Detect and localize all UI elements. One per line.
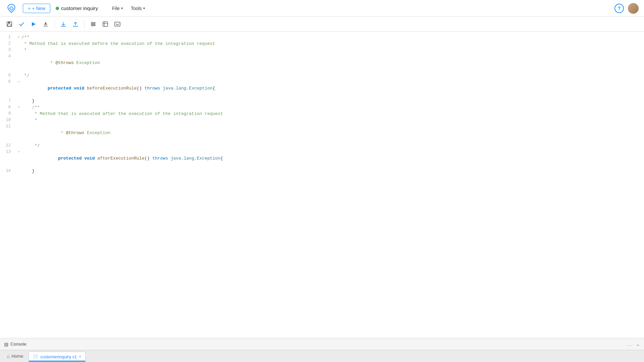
home-icon: ⌂ [7,354,9,359]
save-button[interactable] [4,19,15,29]
home-tab[interactable]: ⌂ Home [3,351,27,361]
console-label[interactable]: ▤ Console [4,342,26,347]
code-line-13: 13 ▾ protected void afterExecutionRule()… [0,149,644,168]
code-line-5: 5 */ [0,72,644,79]
console-more-icon[interactable]: ... [627,341,633,347]
console-text: Console [10,342,26,347]
svg-rect-12 [103,22,108,26]
editor-container: 1 ▾ /** 2 * Method that is executed befo… [0,32,644,338]
code-line-10: 10 * [0,117,644,123]
tab-title: customer inquiry [61,5,98,11]
svg-point-9 [92,22,93,23]
new-button[interactable]: + + New [23,4,50,13]
code-line-11: 11 * @throws Exception [0,123,644,142]
code-line-1: 1 ▾ /** [0,34,644,41]
home-tab-label: Home [11,354,23,359]
code-line-8: 8 ▾ /** [0,104,644,111]
toolbar-divider-2 [84,20,85,28]
console-icon: ▤ [4,342,8,347]
help-icon[interactable]: ? [614,4,624,13]
nav-menu: File ▾ Tools ▾ [109,4,148,13]
settings-btn-3[interactable] [112,19,123,29]
tab-close-button[interactable]: × [79,354,81,359]
run-button[interactable] [28,19,39,29]
new-label: + New [32,6,45,11]
code-editor-area[interactable]: 1 ▾ /** 2 * Method that is executed befo… [0,32,644,338]
logo [5,2,17,14]
code-line-9: 9 * Method that is executed after the ex… [0,111,644,117]
svg-rect-1 [8,22,10,23]
top-nav: + + New customer inquiry File ▾ Tools ▾ … [0,0,644,17]
tab-active-indicator [29,361,85,362]
bottom-tabs: ⌂ Home 📄 customerinquiry v1 × [0,350,644,362]
plus-icon: + [28,6,31,11]
toolbar [0,17,644,32]
svg-point-11 [92,25,93,26]
file-tab[interactable]: 📄 customerinquiry v1 × [29,352,86,362]
nav-right: ? [614,3,639,14]
avatar-image [628,3,639,14]
svg-point-10 [94,23,95,25]
code-line-6: 6 ▾ protected void beforeExecutionRule()… [0,79,644,98]
code-line-2: 2 * Method that is executed before the e… [0,41,644,47]
tools-menu[interactable]: Tools ▾ [127,4,148,13]
avatar[interactable] [628,3,639,14]
toolbar-divider-1 [54,20,55,28]
file-chevron-icon: ▾ [121,6,123,10]
download-button[interactable] [58,19,69,29]
code-line-3: 3 * [0,47,644,53]
validate-button[interactable] [16,19,27,29]
settings-btn-1[interactable] [88,19,99,29]
code-line-14: 14 } [0,168,644,174]
svg-rect-15 [115,22,120,26]
code-line-7: 7 } [0,98,644,104]
file-tab-label: customerinquiry v1 [40,354,77,359]
code-editor: 1 ▾ /** 2 * Method that is executed befo… [0,32,644,338]
file-menu[interactable]: File ▾ [109,4,126,13]
tools-chevron-icon: ▾ [143,6,145,10]
svg-marker-3 [32,22,36,26]
tab-status-dot [56,7,59,10]
console-collapse-icon[interactable]: ⌄ [636,341,640,347]
export-button[interactable] [40,19,51,29]
settings-btn-2[interactable] [100,19,111,29]
code-line-12: 12 */ [0,142,644,149]
active-tab-name: customer inquiry [56,5,98,11]
svg-rect-2 [8,24,11,26]
upload-button[interactable] [70,19,81,29]
console-panel: ▤ Console ... ⌄ [0,338,644,350]
code-line-4: 4 * @throws Exception [0,53,644,72]
file-icon: 📄 [33,354,38,359]
